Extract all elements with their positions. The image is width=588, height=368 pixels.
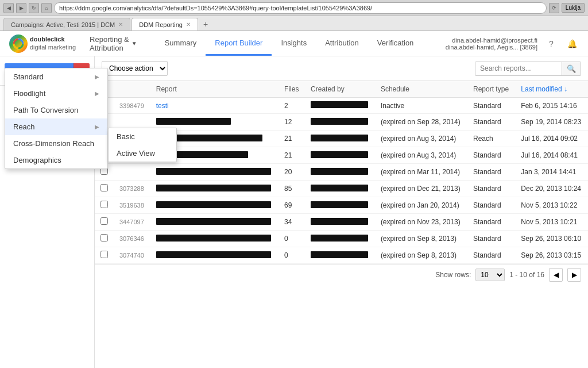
col-report: Report [150,81,278,98]
tab-ddm-close[interactable]: ✕ [186,21,191,28]
row-id: 3074740 [114,247,150,264]
url-bar[interactable]: https://ddm.google.com/analytics/dfa/?de… [54,2,547,14]
report-name-masked [156,218,271,225]
row-report-type: Standard [467,231,515,247]
col-last-modified[interactable]: Last modified ↓ [515,81,588,98]
user-button[interactable]: Lukija [562,3,585,13]
row-last-modified: Nov 5, 2013 10:21 [515,214,588,231]
created-by-masked [311,118,368,125]
row-created-by [305,131,375,147]
row-files: 21 [278,131,305,147]
tab-summary[interactable]: Summary [156,32,206,56]
col-schedule: Schedule [375,81,467,98]
row-report-type: Standard [467,214,515,231]
row-created-by [305,114,375,131]
new-tab-button[interactable]: + [199,18,212,30]
row-created-by [305,98,375,114]
tab-report-builder[interactable]: Report Builder [206,32,272,56]
row-report-type: Reach [467,131,515,147]
row-report-type: Standard [467,181,515,197]
back-button[interactable]: ◀ [3,3,14,13]
submenu-item-basic[interactable]: Basic [109,128,176,145]
row-checkbox[interactable] [100,184,108,191]
menu-item-standard[interactable]: Standard ▶ [5,68,107,85]
row-report-name[interactable] [150,164,278,181]
action-select[interactable]: Choose action [102,61,168,76]
row-last-modified: Feb 6, 2015 14:16 [515,98,588,114]
row-last-modified: Dec 20, 2013 10:24 [515,181,588,197]
row-last-modified: Jul 16, 2014 09:02 [515,131,588,147]
tab-insights[interactable]: Insights [272,32,316,56]
row-report-type: Standard [467,164,515,181]
row-created-by [305,197,375,214]
menu-item-demographics[interactable]: Demographics [5,152,107,168]
tab-verification[interactable]: Verification [368,32,423,56]
row-report-type: Standard [467,197,515,214]
menu-item-floodlight[interactable]: Floodlight ▶ [5,85,107,102]
forward-button[interactable]: ▶ [16,3,26,13]
row-checkbox[interactable] [100,217,108,225]
created-by-masked [311,168,368,175]
table-header: Report Files Created by Schedule Report … [95,81,588,98]
report-name-masked [156,235,271,241]
row-schedule: (expired on Aug 3, 2014) [375,147,467,164]
content-toolbar: Choose action 🔍 [95,56,588,81]
reporting-attribution-nav[interactable]: Reporting &Attribution ▼ [85,33,142,55]
report-name-masked [156,251,271,258]
home-button[interactable]: ⌂ [41,3,52,13]
logo-text: doubleclick digital marketing [30,36,76,51]
logo-line2: digital marketing [30,44,76,51]
menu-item-cross-dimension-reach[interactable]: Cross-Dimension Reach [5,135,107,152]
row-schedule: (expired on Jan 20, 2014) [375,197,467,214]
reload-button[interactable]: ↻ [29,3,39,13]
search-input[interactable] [475,62,562,75]
tab-ddm[interactable]: DDM Reporting ✕ [131,18,198,30]
tab-ddm-label: DDM Reporting [139,21,183,28]
row-id: 3519638 [114,197,150,214]
row-checkbox[interactable] [100,251,108,258]
user-email: dina.abdel-hamid@iprospect.fi [446,37,537,44]
table-row: 30747400(expired on Sep 8, 2013)Standard… [95,247,588,264]
row-files: 34 [278,214,305,231]
reach-submenu: Basic Active View [108,128,177,162]
row-id: 3398479 [114,98,150,114]
row-created-by [305,181,375,197]
row-schedule: (expired on Sep 28, 2014) [375,114,467,131]
content-area: Choose action 🔍 Report Files Created by … [95,56,588,368]
row-schedule: (expired on Dec 21, 2013) [375,181,467,197]
row-report-name[interactable] [150,247,278,264]
help-button[interactable]: ? [544,37,558,51]
tab-campaigns-close[interactable]: ✕ [118,21,123,28]
row-checkbox[interactable] [100,201,108,208]
created-by-masked [311,151,368,158]
row-report-name[interactable] [150,214,278,231]
standard-arrow-icon: ▶ [95,74,99,80]
report-link[interactable]: testi [156,102,169,110]
notifications-button[interactable]: 🔔 [565,37,579,51]
page-info: 1 - 10 of 16 [509,271,544,279]
prev-page-button[interactable]: ◀ [549,268,563,282]
menu-item-reach[interactable]: Reach ▶ [5,118,107,135]
row-created-by [305,247,375,264]
user-info: dina.abdel-hamid@iprospect.fi dina.abdel… [446,37,537,51]
created-by-masked [311,235,368,241]
row-report-name[interactable] [150,197,278,214]
tab-attribution[interactable]: Attribution [316,32,368,56]
row-schedule: (expired on Nov 23, 2013) [375,214,467,231]
rows-per-page-select[interactable]: 10 25 50 100 [475,269,505,281]
reach-arrow-icon: ▶ [95,124,99,130]
row-report-name[interactable] [150,231,278,247]
row-checkbox[interactable] [100,234,108,241]
table-body: 3398479testi2InactiveStandardFeb 6, 2015… [95,98,588,264]
menu-item-path-to-conversion[interactable]: Path To Conversion [5,102,107,118]
table-row: 344709734(expired on Nov 23, 2013)Standa… [95,214,588,231]
submenu-item-active-view[interactable]: Active View [109,145,176,162]
row-report-name[interactable] [150,181,278,197]
reporting-label: Reporting &Attribution [90,35,129,52]
search-button[interactable]: 🔍 [562,62,581,75]
created-by-masked [311,251,368,258]
row-report-name[interactable]: testi [150,98,278,114]
refresh-button[interactable]: ⟳ [549,3,559,13]
next-page-button[interactable]: ▶ [567,268,581,282]
tab-campaigns[interactable]: Campaigns: Active, Testi 2015 | DCM ✕ [3,18,130,30]
